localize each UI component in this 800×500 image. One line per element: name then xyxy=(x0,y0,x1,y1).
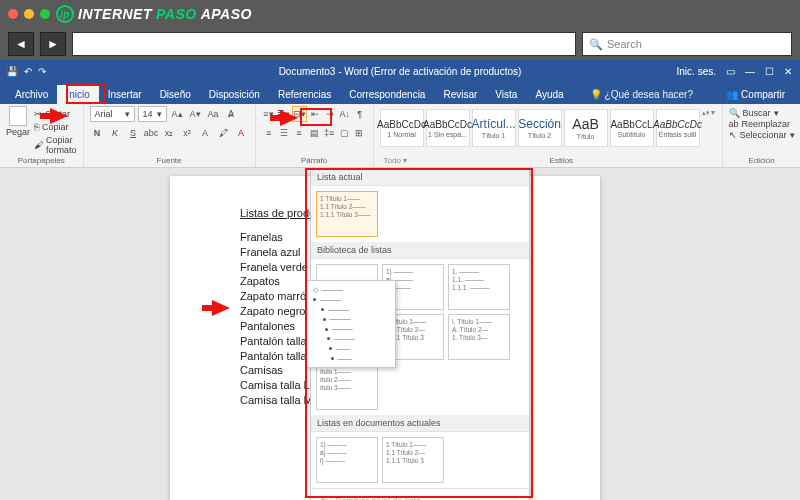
styles-more-button[interactable]: ▴▾▼ xyxy=(702,109,716,117)
brand-text-accent: PASO xyxy=(156,6,197,22)
tab-inicio[interactable]: Inicio xyxy=(57,85,98,104)
ribbon-tabs: Archivo Inicio Insertar Diseño Disposici… xyxy=(0,82,800,104)
tab-referencias[interactable]: Referencias xyxy=(269,85,340,104)
document-area[interactable]: Listas de productos Franelas Franela azu… xyxy=(0,168,800,500)
section-listas-doc: Listas en documentos actuales xyxy=(311,415,529,432)
minimize-icon[interactable]: — xyxy=(745,66,755,77)
back-button[interactable]: ◄ xyxy=(8,32,34,56)
tab-diseno[interactable]: Diseño xyxy=(151,85,200,104)
style-titulo2[interactable]: SecciónTítulo 2 xyxy=(518,109,562,147)
show-marks-button[interactable]: ¶ xyxy=(353,106,367,122)
increase-indent-button[interactable]: ⇥ xyxy=(323,106,337,122)
word-titlebar: 💾 ↶ ↷ Documento3 - Word (Error de activa… xyxy=(0,60,800,82)
annotation-arrow-icon xyxy=(50,108,68,124)
chevron-down-icon: ▾ xyxy=(157,109,162,119)
site-brand: ip INTERNETPASOAPASO xyxy=(56,5,252,23)
shading-button[interactable]: ▢ xyxy=(337,125,351,141)
url-input[interactable] xyxy=(72,32,576,56)
font-size-select[interactable]: 14▾ xyxy=(138,106,167,122)
brand-badge-icon: ip xyxy=(56,5,74,23)
line-spacing-button[interactable]: ‡≡ xyxy=(322,125,336,141)
annotation-arrow-icon xyxy=(212,300,230,316)
decrease-indent-button[interactable]: ⇤ xyxy=(308,106,322,122)
maximize-icon[interactable]: ☐ xyxy=(765,66,774,77)
paste-button[interactable]: Pegar xyxy=(6,106,30,156)
styles-todo[interactable]: Todo ▾ xyxy=(380,156,408,167)
align-center-button[interactable]: ☰ xyxy=(277,125,291,141)
highlight-button[interactable]: 🖍 xyxy=(216,125,231,140)
brand-text-1: INTERNET xyxy=(78,6,152,22)
tab-insertar[interactable]: Insertar xyxy=(99,85,151,104)
annotation-arrow-icon xyxy=(280,110,298,126)
ml-current-preview[interactable]: 1 Título 1——1.1 Título 2——1.1.1 Título 3… xyxy=(316,191,378,237)
search-icon: 🔍 xyxy=(589,38,603,51)
copy-icon: ⎘ xyxy=(34,122,39,132)
group-estilos: AaBbCcDc1 Normal AaBbCcDc1 Sin espa... A… xyxy=(374,104,723,167)
style-sinespaciado[interactable]: AaBbCcDc1 Sin espa... xyxy=(426,109,470,147)
share-icon: 👥 xyxy=(726,89,738,100)
tell-me-input[interactable]: 💡¿Qué desea hacer? xyxy=(581,85,702,104)
borders-button[interactable]: ⊞ xyxy=(352,125,366,141)
brush-icon: 🖌 xyxy=(34,140,43,150)
tab-disposicion[interactable]: Disposición xyxy=(200,85,269,104)
ribbon-options-icon[interactable]: ▭ xyxy=(726,66,735,77)
font-color-button[interactable]: A xyxy=(234,125,249,140)
group-edicion: 🔍Buscar ▾ abReemplazar ↖Seleccionar ▾ Ed… xyxy=(723,104,800,167)
underline-button[interactable]: S xyxy=(126,125,141,140)
font-name-select[interactable]: Arial▾ xyxy=(90,106,135,122)
style-enfasis[interactable]: AaBbCcDcÉnfasis sutil xyxy=(656,109,700,147)
tab-revisar[interactable]: Revisar xyxy=(434,85,486,104)
search-input[interactable]: 🔍 Search xyxy=(582,32,792,56)
bold-button[interactable]: N xyxy=(90,125,105,140)
strike-button[interactable]: abc xyxy=(144,125,159,140)
save-icon[interactable]: 💾 xyxy=(6,66,18,77)
style-titulo[interactable]: AaBTítulo xyxy=(564,109,608,147)
shrink-font-button[interactable]: A▾ xyxy=(188,107,203,122)
close-dot[interactable] xyxy=(8,9,18,19)
ml-option[interactable]: 1. ———1.1. ———1.1.1. ——— xyxy=(448,264,510,310)
undo-icon[interactable]: ↶ xyxy=(24,66,32,77)
grow-font-button[interactable]: A▴ xyxy=(170,107,185,122)
ml-doc-option[interactable]: 1 Título 1——1.1 Título 2—1.1.1 Título 3 xyxy=(382,437,444,483)
ml-doc-option[interactable]: 1) ———a) ———i) ——— xyxy=(316,437,378,483)
tab-correspondencia[interactable]: Correspondencia xyxy=(340,85,434,104)
bullet-hover-preview: ◇——— ——— ——— ——— ——— ——— —— —— xyxy=(306,280,396,368)
tab-vista[interactable]: Vista xyxy=(486,85,526,104)
diamond-icon: ◇ xyxy=(313,285,318,295)
minimize-dot[interactable] xyxy=(24,9,34,19)
superscript-button[interactable]: x² xyxy=(180,125,195,140)
search-icon: 🔍 xyxy=(729,108,740,118)
style-titulo1[interactable]: Artícul...Título 1 xyxy=(472,109,516,147)
text-effects-button[interactable]: A xyxy=(198,125,213,140)
redo-icon[interactable]: ↷ xyxy=(38,66,46,77)
subscript-button[interactable]: x₂ xyxy=(162,125,177,140)
format-painter-button[interactable]: 🖌Copiar formato xyxy=(34,134,77,156)
justify-button[interactable]: ▤ xyxy=(307,125,321,141)
forward-button[interactable]: ► xyxy=(40,32,66,56)
share-button[interactable]: 👥Compartir xyxy=(717,85,794,104)
section-biblioteca: Biblioteca de listas xyxy=(311,242,529,259)
maximize-dot[interactable] xyxy=(40,9,50,19)
find-button[interactable]: 🔍Buscar ▾ xyxy=(729,108,795,118)
tab-archivo[interactable]: Archivo xyxy=(6,85,57,104)
brand-text-2: APASO xyxy=(201,6,252,22)
align-left-button[interactable]: ≡ xyxy=(262,125,276,141)
align-right-button[interactable]: ≡ xyxy=(292,125,306,141)
replace-button[interactable]: abReemplazar xyxy=(729,119,795,129)
ml-option[interactable]: ítulo 1——ítulo 2——ítulo 3—— xyxy=(316,364,378,410)
group-fuente: Arial▾ 14▾ A▴ A▾ Aa A̷ N K S abc x₂ x² A… xyxy=(84,104,256,167)
sort-button[interactable]: A↓ xyxy=(338,106,352,122)
close-icon[interactable]: ✕ xyxy=(784,66,792,77)
change-list-level: ↹Cambiar nivel de lista▸ xyxy=(311,493,529,500)
signin-link[interactable]: Inic. ses. xyxy=(677,66,716,77)
select-button[interactable]: ↖Seleccionar ▾ xyxy=(729,130,795,140)
cursor-icon: ↖ xyxy=(729,130,737,140)
change-case-button[interactable]: Aa xyxy=(206,107,221,122)
tab-ayuda[interactable]: Ayuda xyxy=(526,85,572,104)
style-normal[interactable]: AaBbCcDc1 Normal xyxy=(380,109,424,147)
italic-button[interactable]: K xyxy=(108,125,123,140)
ribbon: Pegar ✂Cortar ⎘Copiar 🖌Copiar formato Po… xyxy=(0,104,800,168)
ml-option[interactable]: I. Título 1——A. Título 2—1. Título 3— xyxy=(448,314,510,360)
style-subtitulo[interactable]: AaBbCcLSubtítulo xyxy=(610,109,654,147)
clear-format-button[interactable]: A̷ xyxy=(224,107,239,122)
